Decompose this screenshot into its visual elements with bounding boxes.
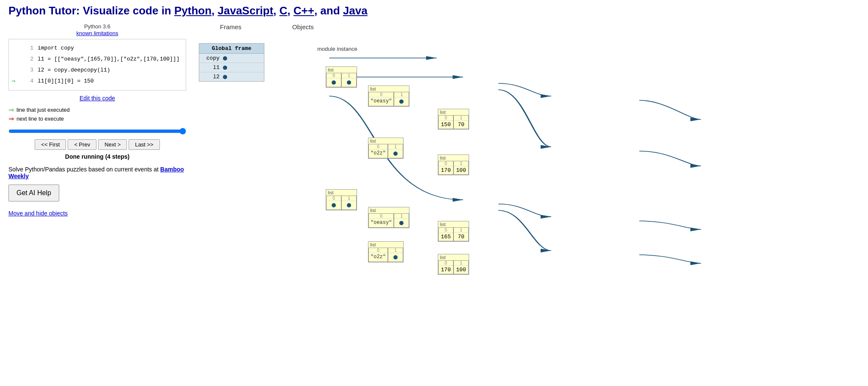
- l1-list-title: list: [326, 67, 357, 73]
- next-button[interactable]: Next >: [98, 139, 127, 150]
- line-num-1: 1: [23, 44, 33, 52]
- code-text-3: l2 = copy.deepcopy(l1): [38, 66, 110, 74]
- legend-red-arrow: ⇒: [8, 115, 14, 123]
- l1-0-1-list-title: list: [438, 109, 469, 115]
- l2-1-list: list 0 "o2z" 1: [368, 241, 404, 262]
- l2-1-1-list-cells: 0 170 1 100: [438, 260, 469, 274]
- code-header: Python 3.6 known limitations: [8, 23, 186, 36]
- l1-0-1-list: list 0 150 1 70: [438, 109, 469, 130]
- frame-dot-l1: [223, 66, 227, 70]
- l1-list: list 0 1: [326, 66, 357, 88]
- frame-row-l2: l2: [199, 72, 264, 81]
- l1-1-list: list 0 "o2z" 1: [368, 138, 404, 159]
- frame-dot-l2: [223, 75, 227, 79]
- javascript-link[interactable]: JavaScript: [218, 4, 274, 17]
- l1-1-1-cell-1: 1 100: [453, 161, 469, 175]
- l1-list-cells: 0 1: [326, 73, 357, 87]
- cpp-link[interactable]: C++: [294, 4, 314, 17]
- l1-0-1-cell-0: 0 150: [438, 115, 453, 129]
- legend-red: ⇒ next line to execute: [8, 115, 186, 123]
- l1-0-list-cells: 0 "oeasy" 1: [368, 92, 409, 106]
- last-button[interactable]: Last >>: [129, 139, 159, 150]
- l1-1-cell-0: 0 "o2z": [368, 144, 388, 158]
- c-link[interactable]: C: [280, 4, 288, 17]
- code-line-2: 2 l1 = [["oeasy",[165,70]],["o2z",[170,1…: [11, 54, 183, 65]
- l2-1-1-cell-0: 0 170: [438, 260, 453, 274]
- l2-0-1-list: list 0 165 1 70: [438, 221, 469, 242]
- l2-1-list-cells: 0 "o2z" 1: [368, 248, 403, 262]
- l1-0-1-list-cells: 0 150 1 70: [438, 115, 469, 129]
- frame-dot-copy: [223, 56, 227, 61]
- l2-0-list: list 0 "oeasy" 1: [368, 207, 409, 228]
- l1-1-list-title: list: [368, 138, 403, 144]
- l2-cell-0-dot: [332, 203, 336, 207]
- l2-0-list-title: list: [368, 207, 409, 213]
- l2-0-1-cell-1: 1 70: [453, 227, 469, 241]
- l2-0-cell-1: 1: [394, 213, 409, 228]
- l2-list-cells: 0 1: [326, 196, 357, 210]
- l1-1-1-cell-0: 0 170: [438, 161, 453, 175]
- prev-button[interactable]: < Prev: [68, 139, 96, 150]
- l2-0-list-cells: 0 "oeasy" 1: [368, 213, 409, 228]
- code-text-4: l1[0][1][0] = 150: [38, 77, 94, 85]
- arrow-4-green: ⇒: [11, 76, 22, 86]
- edit-link-container: Edit this code: [8, 95, 186, 102]
- done-text: Done running (4 steps): [8, 153, 186, 160]
- nav-buttons: << First < Prev Next > Last >>: [8, 139, 186, 150]
- arrow-2: [11, 54, 22, 64]
- global-frame: Global frame copy l1 l2: [199, 43, 264, 82]
- l1-1-list-cells: 0 "o2z" 1: [368, 144, 403, 158]
- l1-0-1-cell-1: 1 70: [453, 115, 469, 129]
- ai-help-container: Get AI Help: [8, 185, 186, 206]
- l1-0-cell-0: 0 "oeasy": [368, 92, 394, 106]
- l2-1-1-list-title: list: [438, 254, 469, 260]
- page-title: Python Tutor: Visualize code in Python, …: [8, 4, 860, 17]
- first-button[interactable]: << First: [35, 139, 66, 150]
- legend-green: ⇒ line that just executed: [8, 106, 186, 114]
- frame-row-copy: copy: [199, 54, 264, 63]
- python-version: Python 3.6: [8, 23, 186, 30]
- title-text: Python Tutor: Visualize code in: [8, 4, 174, 17]
- frame-var-l2: l2: [203, 74, 220, 80]
- l1-cell-1: 1: [341, 73, 357, 87]
- l2-0-1-list-title: list: [438, 221, 469, 227]
- l1-0-cell-1: 1: [394, 92, 409, 106]
- l1-1-1-list: list 0 170 1 100: [438, 154, 469, 175]
- module-instance-label: module instance: [317, 46, 357, 52]
- l1-cell-1-dot: [347, 80, 351, 85]
- l2-list-title: list: [326, 190, 357, 196]
- line-num-4: 4: [23, 77, 33, 85]
- l1-0-list-title: list: [368, 86, 409, 92]
- python-link[interactable]: Python: [174, 4, 212, 17]
- edit-this-code-link[interactable]: Edit this code: [80, 95, 115, 102]
- l2-1-cell-1-dot: [393, 255, 398, 259]
- code-text-1: import copy: [38, 44, 74, 52]
- viz-header: Frames Objects: [199, 23, 860, 30]
- objects-label: Objects: [292, 23, 314, 30]
- arrow-1: [11, 43, 22, 53]
- l2-1-cell-1: 1: [388, 248, 403, 262]
- l2-1-1-cell-1: 1 100: [453, 260, 469, 274]
- l1-0-cell-1-dot: [399, 99, 404, 104]
- viz-area: Global frame copy l1 l2 module instance: [199, 35, 860, 280]
- frame-title: Global frame: [199, 44, 264, 54]
- l1-cell-0: 0: [326, 73, 341, 87]
- l2-1-list-title: list: [368, 242, 403, 248]
- right-panel: Frames Objects: [199, 23, 860, 280]
- l2-list: list 0 1: [326, 189, 357, 210]
- known-limitations-link[interactable]: known limitations: [77, 30, 118, 36]
- move-hide-link[interactable]: Move and hide objects: [8, 210, 68, 217]
- l1-1-1-list-cells: 0 170 1 100: [438, 161, 469, 175]
- line-num-3: 3: [23, 66, 33, 74]
- java-link[interactable]: Java: [343, 4, 368, 17]
- step-slider[interactable]: [8, 128, 186, 135]
- bamboo-section: Solve Python/Pandas puzzles based on cur…: [8, 166, 186, 179]
- l2-1-cell-0: 0 "o2z": [368, 248, 388, 262]
- code-line-4: ⇒ 4 l1[0][1][0] = 150: [11, 76, 183, 87]
- l2-0-cell-0: 0 "oeasy": [368, 213, 394, 228]
- l2-1-1-list: list 0 170 1 100: [438, 254, 469, 275]
- ai-help-button[interactable]: Get AI Help: [8, 185, 59, 201]
- l1-0-list: list 0 "oeasy" 1: [368, 85, 409, 107]
- l1-1-1-list-title: list: [438, 155, 469, 161]
- slider-container[interactable]: [8, 128, 186, 136]
